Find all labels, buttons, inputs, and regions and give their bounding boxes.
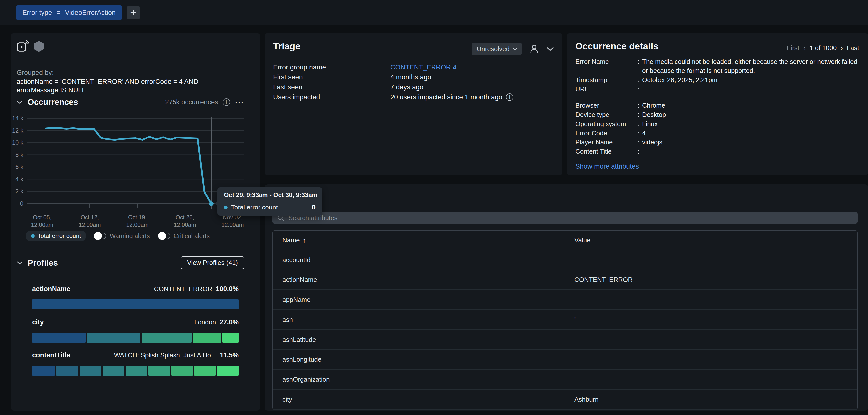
users-impacted-info-icon[interactable]: i <box>506 94 513 101</box>
detail-label: Timestamp <box>575 75 638 85</box>
video-error-icon[interactable] <box>17 40 29 53</box>
triage-row-label: First seen <box>273 73 391 81</box>
triage-title: Triage <box>273 41 300 51</box>
profile-bar-segment[interactable] <box>222 333 239 343</box>
error-group-link[interactable]: CONTENT_ERROR 4 <box>391 64 457 71</box>
detail-row: Error Name:The media could not be loaded… <box>575 57 860 75</box>
triage-row-value: 4 months ago <box>391 73 431 81</box>
detail-row: Operating system:Linux <box>575 119 860 129</box>
profile-bar-segment[interactable] <box>217 366 239 376</box>
attribute-name-cell: appName <box>273 296 565 304</box>
attributes-table: Name ↑ Value accountIdactionNameCONTENT_… <box>273 230 858 410</box>
triage-row: Users impacted20 users impacted since 1 … <box>273 92 554 102</box>
occurrences-info-icon[interactable]: i <box>223 98 230 106</box>
add-filter-button[interactable]: + <box>127 6 140 20</box>
profile-distribution-bar[interactable] <box>32 300 239 309</box>
profile-top-percent: 100.0% <box>216 285 239 293</box>
detail-value: Desktop <box>642 110 860 119</box>
collapse-panel-chevron-icon[interactable] <box>547 47 554 51</box>
profile-bar-segment[interactable] <box>126 366 147 376</box>
assignee-icon[interactable] <box>529 44 539 54</box>
occurrences-menu-icon[interactable]: ⋯ <box>235 97 244 107</box>
pagination-prev-icon[interactable]: ‹ <box>803 44 806 52</box>
view-profiles-button[interactable]: View Profiles (41) <box>181 256 244 269</box>
detail-value <box>642 147 860 156</box>
profile-bar-segment[interactable] <box>142 333 192 343</box>
y-tick-label: 10 k <box>11 139 24 146</box>
occurrences-collapse-chevron-icon[interactable] <box>17 100 23 104</box>
profile-bar-segment[interactable] <box>87 333 140 343</box>
search-attributes-bar[interactable] <box>273 212 858 224</box>
detail-value: Linux <box>642 119 860 129</box>
tooltip-series-name: Total error count <box>231 204 278 211</box>
grouped-by-label: Grouped by: <box>17 69 54 77</box>
triage-row: First seen4 months ago <box>273 72 554 82</box>
column-divider <box>565 231 565 410</box>
detail-value: Chrome <box>642 101 860 110</box>
pagination-next-icon[interactable]: › <box>841 44 843 52</box>
legend-toggle-critical-alerts[interactable]: Critical alerts <box>158 233 210 240</box>
grouped-by-expression: actionName = 'CONTENT_ERROR' AND errorCo… <box>17 77 221 94</box>
detail-label: Content Title <box>575 147 638 156</box>
profile-bar-segment[interactable] <box>32 366 55 376</box>
y-tick-label: 8 k <box>11 151 24 159</box>
x-tick-label: Oct 12,12:00am <box>67 214 112 229</box>
pagination-first[interactable]: First <box>787 44 800 52</box>
detail-label: URL <box>575 85 638 94</box>
search-attributes-input[interactable] <box>288 214 853 222</box>
occurrences-summary: 275k occurrences <box>165 98 218 106</box>
legend-pill-label: Total error count <box>38 233 81 239</box>
show-more-attributes-link[interactable]: Show more attributes <box>575 163 860 170</box>
profile-top-percent: 11.5% <box>220 351 239 359</box>
x-tick-label: Oct 05,12:00am <box>20 214 65 229</box>
attribute-name-cell: asnOrganization <box>273 376 565 383</box>
profile-group: cityLondon27.0% <box>32 318 239 343</box>
attribute-name-cell: accountId <box>273 256 565 264</box>
profile-bar-segment[interactable] <box>148 366 170 376</box>
detail-row: Player Name:videojs <box>575 138 860 147</box>
attribute-value-cell: CONTENT_ERROR <box>565 276 857 284</box>
filter-chip[interactable]: Error type=VideoErrorAction <box>16 5 122 20</box>
profile-bar-segment[interactable] <box>171 366 193 376</box>
tooltip-series-dot-icon <box>224 206 227 209</box>
detail-row: Device type:Desktop <box>575 110 860 119</box>
profile-top-value: WATCH: Splish Splash, Just A Ho... <box>114 351 216 359</box>
profile-bar-segment[interactable] <box>103 366 124 376</box>
toggle-switch-icon[interactable] <box>94 233 106 239</box>
detail-value: 4 <box>642 129 860 138</box>
profile-bar-segment[interactable] <box>56 366 78 376</box>
x-tick-label: Oct 19,12:00am <box>115 214 160 229</box>
profile-distribution-bar[interactable] <box>32 366 239 376</box>
attribute-value-cell: Ashburn <box>565 395 857 403</box>
toggle-switch-icon[interactable] <box>158 233 170 239</box>
legend-toggle-warning-alerts[interactable]: Warning alerts <box>94 233 150 240</box>
chart-tooltip: Oct 29, 9:33am - Oct 30, 9:33am Total er… <box>217 187 322 216</box>
tooltip-value: 0 <box>312 203 316 211</box>
profile-attribute-name: city <box>32 318 44 326</box>
status-dropdown[interactable]: Unresolved <box>472 43 522 55</box>
y-tick-label: 2 k <box>11 187 24 195</box>
toggle-label: Critical alerts <box>174 233 210 240</box>
column-header-value[interactable]: Value <box>565 236 857 244</box>
attribute-name-cell: asnLatitude <box>273 336 565 344</box>
profile-attribute-name: contentTitle <box>32 351 70 359</box>
y-tick-label: 12 k <box>11 127 24 134</box>
profile-bar-segment[interactable] <box>32 300 239 309</box>
status-label: Unresolved <box>477 45 509 53</box>
profile-bar-segment[interactable] <box>194 366 216 376</box>
profile-bar-segment[interactable] <box>193 333 221 343</box>
profile-top-percent: 27.0% <box>219 318 239 326</box>
triage-row: Error group nameCONTENT_ERROR 4 <box>273 62 554 72</box>
profiles-collapse-chevron-icon[interactable] <box>17 261 23 265</box>
triage-row: Last seen7 days ago <box>273 82 554 92</box>
profile-group: contentTitleWATCH: Splish Splash, Just A… <box>32 351 239 376</box>
profile-distribution-bar[interactable] <box>32 333 239 343</box>
pagination-last[interactable]: Last <box>847 44 859 52</box>
column-header-name[interactable]: Name ↑ <box>273 236 565 244</box>
tooltip-time-range: Oct 29, 9:33am - Oct 30, 9:33am <box>224 191 317 199</box>
profile-bar-segment[interactable] <box>80 366 101 376</box>
detail-row: Content Title: <box>575 147 860 156</box>
legend-total-error-count[interactable]: Total error count <box>26 231 86 241</box>
occurrence-details-panel: Occurrence details First ‹ 1 of 1000 › L… <box>567 33 868 175</box>
profile-bar-segment[interactable] <box>32 333 86 343</box>
